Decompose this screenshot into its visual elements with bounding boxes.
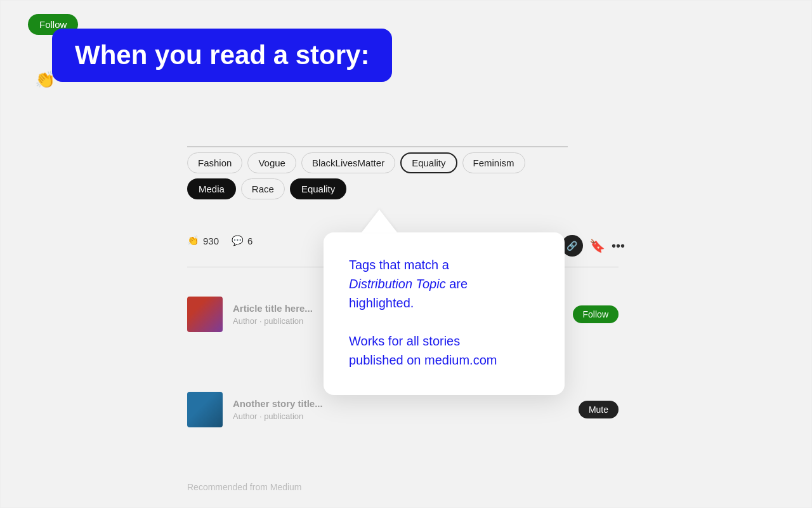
tooltip-line2-rest: are: [446, 277, 468, 291]
tag-race[interactable]: Race: [241, 178, 285, 199]
comment-count: 6: [247, 236, 252, 246]
story-avatar-2: [187, 392, 223, 427]
tag-media[interactable]: Media: [187, 178, 236, 199]
comment-group[interactable]: 💬 6: [232, 235, 252, 246]
tooltip-arrow: [362, 210, 397, 232]
story-badge-2[interactable]: Mute: [579, 401, 619, 418]
comment-icon: 💬: [232, 235, 244, 246]
tooltip-box: Tags that match a Distribution Topic are…: [324, 232, 565, 395]
tag-equality-2[interactable]: Equality: [290, 178, 346, 199]
tags-row-2: Media Race Equality: [187, 178, 525, 199]
story-title-2: Another story title...: [233, 398, 568, 409]
tooltip-line3: highlighted.: [349, 296, 414, 310]
tooltip-line1: Tags that match a: [349, 258, 449, 272]
tooltip-container: Tags that match a Distribution Topic are…: [324, 210, 565, 395]
tooltip-text: Tags that match a Distribution Topic are…: [349, 255, 539, 370]
bookmark-icon[interactable]: 🔖: [589, 238, 605, 253]
tooltip-line4: Works for all stories: [349, 334, 460, 348]
bottom-text: Recommended from Medium: [187, 482, 302, 492]
story-text-2: Another story title... Author · publicat…: [233, 398, 568, 421]
tags-area: Fashion Vogue BlackLivesMatter Equality …: [187, 152, 525, 204]
clap-group[interactable]: 👏 930: [187, 235, 219, 246]
more-icon[interactable]: •••: [612, 239, 625, 253]
story-banner: When you read a story:: [52, 29, 392, 82]
story-subtitle-2: Author · publication: [233, 411, 568, 421]
tooltip-italic: Distribution Topic: [349, 277, 446, 291]
tooltip-line5: published on medium.com: [349, 353, 497, 367]
tag-feminism[interactable]: Feminism: [462, 152, 525, 173]
clap-count: 930: [203, 236, 219, 246]
tag-blacklivesmatter[interactable]: BlackLivesMatter: [301, 152, 395, 173]
action-row: 👏 930 💬 6: [187, 235, 252, 246]
tag-equality-1[interactable]: Equality: [400, 152, 457, 173]
copy-link-icon[interactable]: 🔗: [561, 235, 583, 257]
story-badge-1[interactable]: Follow: [573, 305, 619, 323]
divider-top: [187, 146, 568, 147]
story-avatar-1: [187, 297, 223, 332]
tag-vogue[interactable]: Vogue: [247, 152, 296, 173]
tag-fashion[interactable]: Fashion: [187, 152, 242, 173]
clap-icon: 👏: [187, 235, 199, 246]
tags-row-1: Fashion Vogue BlackLivesMatter Equality …: [187, 152, 525, 173]
